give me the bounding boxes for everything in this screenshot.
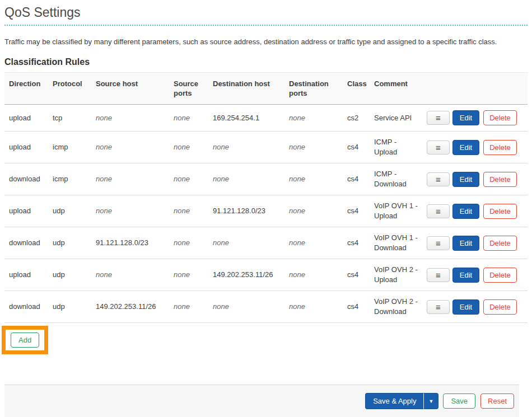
cell-source-host: none: [91, 105, 169, 132]
table-header: Direction Protocol Source host Source po…: [4, 73, 528, 105]
delete-button[interactable]: Delete: [483, 236, 517, 251]
reset-button[interactable]: Reset: [480, 393, 514, 409]
delete-button[interactable]: Delete: [483, 268, 517, 283]
cell-destination-ports: none: [284, 195, 343, 227]
highlight-box: Add: [2, 326, 48, 354]
cell-source-ports: none: [169, 259, 208, 291]
table-row: upload udp none none 91.121.128.0/23 non…: [4, 195, 528, 227]
delete-button[interactable]: Delete: [483, 204, 517, 219]
cell-source-host: 91.121.128.0/23: [91, 227, 169, 259]
edit-button[interactable]: Edit: [452, 299, 479, 315]
add-button[interactable]: Add: [11, 332, 39, 348]
edit-button[interactable]: Edit: [452, 236, 479, 251]
rules-table-body: upload tcp none none 169.254.254.1 none …: [4, 105, 528, 323]
cell-direction: download: [4, 291, 48, 323]
cell-destination-host: none: [208, 132, 284, 163]
column-header-destination-ports: Destination ports: [284, 73, 343, 105]
reorder-button[interactable]: ≡: [427, 111, 450, 125]
title-divider: [4, 25, 528, 26]
drag-handle-icon: ≡: [436, 270, 441, 280]
cell-protocol: icmp: [48, 132, 91, 163]
edit-button[interactable]: Edit: [452, 204, 479, 219]
cell-actions: ≡EditDelete: [422, 291, 528, 323]
reorder-button[interactable]: ≡: [427, 236, 450, 250]
drag-handle-icon: ≡: [436, 113, 441, 123]
cell-comment: ICMP - Upload: [370, 132, 422, 163]
edit-button[interactable]: Edit: [452, 140, 479, 155]
cell-destination-ports: none: [284, 227, 343, 259]
cell-class: cs4: [343, 132, 370, 163]
delete-button[interactable]: Delete: [483, 172, 517, 187]
delete-button[interactable]: Delete: [483, 299, 517, 315]
cell-destination-host: none: [208, 291, 284, 323]
reorder-button[interactable]: ≡: [427, 204, 450, 218]
drag-handle-icon: ≡: [436, 302, 441, 312]
save-button[interactable]: Save: [443, 393, 475, 409]
reorder-button[interactable]: ≡: [427, 268, 450, 282]
column-header-source-host: Source host: [91, 73, 169, 105]
cell-source-host: none: [91, 163, 169, 195]
reorder-button[interactable]: ≡: [427, 140, 450, 154]
cell-actions: ≡EditDelete: [422, 163, 528, 195]
section-title: Classification Rules: [4, 57, 528, 67]
cell-destination-ports: none: [284, 163, 343, 195]
cell-destination-host: 169.254.254.1: [208, 105, 284, 132]
column-header-protocol: Protocol: [48, 73, 91, 105]
cell-protocol: udp: [48, 227, 91, 259]
cell-source-host: none: [91, 195, 169, 227]
cell-comment: VoIP OVH 1 - Upload: [370, 195, 422, 227]
reorder-button[interactable]: ≡: [427, 300, 450, 314]
page-actions-bar: Save & Apply ▼ Save Reset: [4, 385, 519, 417]
classification-rules-table: Direction Protocol Source host Source po…: [4, 72, 528, 323]
cell-direction: download: [4, 163, 48, 195]
table-row: upload udp none none 149.202.253.11/26 n…: [4, 259, 528, 291]
table-row: upload tcp none none 169.254.254.1 none …: [4, 105, 528, 132]
cell-destination-ports: none: [284, 259, 343, 291]
cell-destination-host: 91.121.128.0/23: [208, 195, 284, 227]
edit-button[interactable]: Edit: [452, 268, 479, 283]
edit-button[interactable]: Edit: [452, 110, 479, 125]
page-title: QoS Settings: [4, 5, 528, 20]
cell-comment: ICMP - Download: [370, 163, 422, 195]
cell-actions: ≡EditDelete: [422, 105, 528, 132]
cell-destination-ports: none: [284, 132, 343, 163]
column-header-class: Class: [343, 73, 370, 105]
cell-actions: ≡EditDelete: [422, 259, 528, 291]
cell-source-ports: none: [169, 132, 208, 163]
drag-handle-icon: ≡: [436, 238, 441, 248]
save-apply-split-button: Save & Apply ▼: [365, 393, 438, 409]
cell-comment: VoIP OVH 1 - Download: [370, 227, 422, 259]
cell-class: cs2: [343, 105, 370, 132]
cell-source-ports: none: [169, 291, 208, 323]
cell-destination-host: none: [208, 163, 284, 195]
cell-protocol: udp: [48, 291, 91, 323]
table-header-row: Direction Protocol Source host Source po…: [4, 73, 528, 105]
drag-handle-icon: ≡: [436, 143, 441, 152]
cell-protocol: icmp: [48, 163, 91, 195]
reorder-button[interactable]: ≡: [427, 172, 450, 186]
cell-class: cs4: [343, 163, 370, 195]
cell-source-ports: none: [169, 227, 208, 259]
table-row: download icmp none none none none cs4 IC…: [4, 163, 528, 195]
save-apply-dropdown-button[interactable]: ▼: [423, 393, 438, 409]
table-row: download udp 91.121.128.0/23 none none n…: [4, 227, 528, 259]
edit-button[interactable]: Edit: [452, 172, 479, 187]
column-header-source-ports: Source ports: [169, 73, 208, 105]
cell-direction: upload: [4, 195, 48, 227]
cell-source-host: none: [91, 132, 169, 163]
cell-actions: ≡EditDelete: [422, 195, 528, 227]
save-apply-button[interactable]: Save & Apply: [365, 393, 423, 409]
delete-button[interactable]: Delete: [483, 110, 517, 125]
cell-protocol: udp: [48, 259, 91, 291]
cell-destination-host: 149.202.253.11/26: [208, 259, 284, 291]
cell-actions: ≡EditDelete: [422, 227, 528, 259]
column-header-direction: Direction: [4, 73, 48, 105]
cell-protocol: udp: [48, 195, 91, 227]
drag-handle-icon: ≡: [436, 207, 441, 216]
cell-source-host: 149.202.253.11/26: [91, 291, 169, 323]
delete-button[interactable]: Delete: [483, 140, 517, 155]
cell-protocol: tcp: [48, 105, 91, 132]
column-header-comment: Comment: [370, 73, 422, 105]
cell-class: cs4: [343, 227, 370, 259]
cell-source-ports: none: [169, 163, 208, 195]
